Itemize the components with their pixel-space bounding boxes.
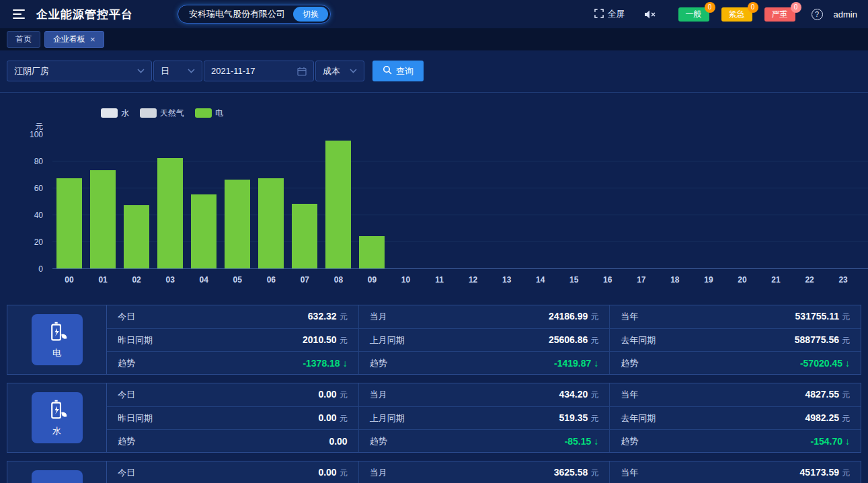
energy-type-tile — [32, 470, 83, 483]
legend-item-water[interactable]: 水 — [101, 108, 129, 119]
chart-legend: 水 天然气 电 — [101, 106, 868, 120]
mute-speaker-icon[interactable] — [644, 9, 656, 20]
date-picker[interactable]: 2021-11-17 — [204, 61, 314, 81]
bar-column-00[interactable] — [52, 135, 86, 268]
stat-value: -85.15↓ — [565, 436, 599, 447]
bar-column-23[interactable] — [826, 135, 860, 268]
metric-select[interactable]: 成本 — [315, 61, 364, 81]
company-switch-button[interactable]: 切换 — [293, 7, 328, 22]
stat-number: 0.00 — [318, 467, 336, 478]
bar-column-10[interactable] — [389, 135, 422, 268]
y-tick-label: 60 — [34, 184, 43, 193]
x-tick-label: 19 — [692, 275, 725, 285]
bar-09[interactable] — [359, 236, 385, 268]
bar-column-16[interactable] — [591, 135, 625, 268]
fullscreen-button[interactable]: 全屏 — [594, 8, 625, 20]
company-selector[interactable]: 安科瑞电气股份有限公司 切换 — [177, 5, 331, 24]
period-select-value: 日 — [161, 65, 169, 77]
stat-label: 今日 — [118, 467, 135, 479]
stat-value: -1419.87↓ — [554, 358, 598, 369]
bar-column-07[interactable] — [288, 135, 321, 268]
alarm-urgent-button[interactable]: 紧急 0 — [721, 7, 752, 22]
bar-column-14[interactable] — [524, 135, 557, 268]
bar-column-13[interactable] — [490, 135, 524, 268]
bar-column-09[interactable] — [355, 135, 389, 268]
bar-column-04[interactable] — [187, 135, 221, 268]
stat-number: 0.00 — [318, 389, 336, 400]
query-button[interactable]: 查询 — [372, 61, 424, 81]
bar-01[interactable] — [90, 170, 116, 268]
username[interactable]: admin — [834, 9, 857, 20]
bar-02[interactable] — [124, 205, 149, 268]
period-select[interactable]: 日 — [153, 61, 202, 81]
alarm-general-label: 一般 — [686, 9, 702, 19]
date-picker-value: 2021-11-17 — [211, 66, 255, 76]
help-icon[interactable]: ? — [812, 9, 823, 20]
alarm-severe-badge: 0 — [791, 2, 801, 13]
x-tick-label: 20 — [725, 275, 759, 285]
stat-value: 2010.50元 — [303, 334, 348, 346]
tab-close-icon[interactable]: × — [90, 35, 95, 44]
bar-column-19[interactable] — [692, 135, 725, 268]
bar-08[interactable] — [325, 141, 351, 268]
site-select[interactable]: 江阴厂房 — [7, 61, 152, 81]
stat-number: 0.00 — [329, 436, 347, 447]
x-tick-label: 23 — [826, 275, 860, 285]
legend-item-gas[interactable]: 天然气 — [140, 108, 184, 119]
bar-column-05[interactable] — [221, 135, 254, 268]
bar-03[interactable] — [157, 158, 183, 268]
metric-select-value: 成本 — [323, 65, 340, 77]
bar-06[interactable] — [258, 178, 284, 268]
x-tick-label: 22 — [793, 275, 826, 285]
bar-column-12[interactable] — [457, 135, 490, 268]
stat-value: 0.00元 — [318, 412, 347, 424]
stat-label: 当月 — [370, 389, 387, 401]
fullscreen-icon — [594, 9, 604, 20]
y-tick-label: 100 — [30, 130, 43, 139]
card-stats-grid: 今日0.00元当月434.20元当年4827.55元昨日同期0.00元上月同期5… — [107, 383, 861, 452]
trend-down-arrow-icon: ↓ — [343, 358, 348, 369]
stat-cell: 昨日同期2010.50元 — [107, 328, 358, 351]
y-axis-unit-label: 元 — [0, 121, 52, 135]
alarm-urgent-badge: 0 — [748, 2, 758, 13]
stat-unit: 元 — [340, 389, 348, 401]
stat-label: 趋势 — [118, 357, 135, 369]
stat-number: 531755.11 — [795, 311, 839, 322]
stat-cell: 趋势-154.70↓ — [609, 429, 861, 452]
legend-item-electricity[interactable]: 电 — [195, 108, 223, 119]
bar-column-03[interactable] — [153, 135, 187, 268]
alarm-general-button[interactable]: 一般 0 — [678, 7, 709, 22]
bar-column-01[interactable] — [86, 135, 120, 268]
bar-07[interactable] — [292, 204, 317, 268]
bar-05[interactable] — [225, 180, 250, 268]
stat-value: 4827.55元 — [805, 389, 850, 401]
stat-value: -57020.45↓ — [800, 358, 850, 369]
stat-number: 519.35 — [559, 412, 588, 423]
stat-number: 4827.55 — [805, 389, 839, 400]
alarm-severe-button[interactable]: 严重 0 — [764, 7, 795, 22]
x-tick-label: 12 — [457, 275, 490, 285]
bar-column-08[interactable] — [321, 135, 355, 268]
stat-unit: 元 — [590, 413, 598, 424]
bar-column-02[interactable] — [120, 135, 153, 268]
energy-card: 今日0.00元当月3625.58元当年45173.59元 — [7, 461, 861, 483]
bar-04[interactable] — [191, 194, 216, 268]
stat-value: 519.35元 — [559, 412, 599, 424]
x-tick-label: 10 — [389, 275, 422, 285]
energy-card: 电今日632.32元当月24186.99元当年531755.11元昨日同期201… — [7, 305, 861, 375]
bar-00[interactable] — [56, 178, 82, 268]
bar-column-06[interactable] — [254, 135, 288, 268]
bar-column-20[interactable] — [725, 135, 759, 268]
bar-column-21[interactable] — [759, 135, 793, 268]
bar-column-18[interactable] — [658, 135, 692, 268]
menu-toggle-icon[interactable] — [11, 6, 27, 22]
bar-column-17[interactable] — [625, 135, 658, 268]
bar-column-11[interactable] — [423, 135, 457, 268]
bar-column-15[interactable] — [557, 135, 591, 268]
tab-enterprise-dashboard[interactable]: 企业看板 × — [44, 31, 104, 48]
tab-home[interactable]: 首页 — [7, 31, 40, 48]
y-axis: 元 020406080100 — [0, 121, 52, 285]
bar-column-22[interactable] — [793, 135, 826, 268]
alarm-general-badge: 0 — [705, 2, 715, 13]
stat-number: 24186.99 — [549, 311, 588, 322]
